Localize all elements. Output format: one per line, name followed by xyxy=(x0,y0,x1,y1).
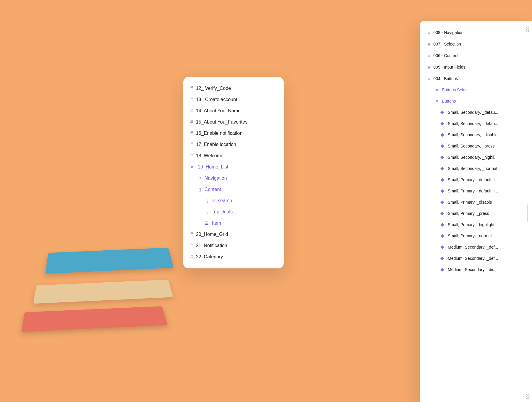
right-panel-item-rp21[interactable]: Medium, Secondary, _def... xyxy=(420,253,532,264)
right-panel-item-rp11[interactable]: Small, Secondary, _press xyxy=(420,140,532,152)
layer-item-lp10[interactable]: ⬚Content xyxy=(183,184,284,195)
diamond-icon xyxy=(440,167,444,171)
cross-icon: ❖ xyxy=(435,87,439,92)
dotted-square-icon: ⬚ xyxy=(197,176,201,181)
layer-item-lp8[interactable]: ❖19_Home_List xyxy=(183,161,284,173)
right-panel-item-label: Small, Primary, _disable xyxy=(448,200,492,205)
right-panel-item-label: 006 - Content xyxy=(433,53,458,58)
right-panel-item-label: Small, Secondary, _press xyxy=(448,144,494,148)
right-panel-item-rp6[interactable]: ❖Buttons Select xyxy=(420,84,532,95)
layer-item-label: 17_Enable location xyxy=(196,142,236,147)
hash-icon: # xyxy=(190,119,193,125)
diamond-icon xyxy=(440,245,444,249)
scrollbar-label-bottom: 500 xyxy=(526,394,529,399)
layer-item-lp2[interactable]: #13_ Create account xyxy=(183,94,284,105)
layer-item-label: Item xyxy=(212,221,221,226)
hash-icon: # xyxy=(190,232,193,237)
right-panel-item-rp10[interactable]: Small, Secondary, _disable xyxy=(420,129,532,140)
layer-red xyxy=(21,306,168,332)
right-panel-item-label: Small, Secondary, _highli... xyxy=(448,155,498,160)
right-panel-item-label: Small, Secondary, _defau... xyxy=(448,110,498,115)
right-panel-item-label: Small, Primary, _normal xyxy=(448,234,492,238)
diamond-icon xyxy=(440,144,444,148)
right-panel-item-rp2[interactable]: #007 - Selection xyxy=(420,38,532,50)
layer-item-lp12[interactable]: ⬚Top Deals xyxy=(183,206,284,218)
layer-item-lp9[interactable]: ⬚Navigation xyxy=(183,173,284,184)
layer-item-lp6[interactable]: #17_Enable location xyxy=(183,139,284,150)
right-panel-item-rp19[interactable]: Small, Primary, _normal xyxy=(420,230,532,241)
layer-item-lp3[interactable]: #14_About You_Name xyxy=(183,105,284,116)
hash-icon: # xyxy=(428,30,430,35)
layer-item-label: 20_Home_Grid xyxy=(196,232,228,237)
cross-icon: ❖ xyxy=(435,99,439,103)
layer-item-label: Content xyxy=(205,187,221,192)
hash-icon: # xyxy=(428,53,430,58)
layer-item-label: 18_Welcome xyxy=(196,153,223,158)
right-panel-item-rp13[interactable]: Small, Secondary, _normal xyxy=(420,163,532,174)
layer-item-lp7[interactable]: #18_Welcome xyxy=(183,150,284,161)
right-panel-item-label: Small, Primary, _highlight... xyxy=(448,222,498,227)
layer-item-lp14[interactable]: #20_Home_Grid xyxy=(183,229,284,240)
right-panel-item-label: 008 - Navigation xyxy=(433,30,463,35)
layer-item-lp16[interactable]: #22_Category xyxy=(183,251,284,262)
right-panel-item-label: 004 - Buttons xyxy=(433,76,458,81)
hash-icon: # xyxy=(190,131,193,136)
layer-item-label: 22_Category xyxy=(196,254,223,260)
right-panel-item-rp18[interactable]: Small, Primary, _highlight... xyxy=(420,219,532,230)
layer-item-lp5[interactable]: #16_Enable notification xyxy=(183,128,284,139)
scrollbar-track[interactable]: -200 500 xyxy=(527,21,528,402)
layers-panel: #12_ Verify_Code#13_ Create account#14_A… xyxy=(183,77,284,268)
hash-icon: # xyxy=(190,243,193,248)
diamond-icon xyxy=(440,178,444,182)
right-panel-item-rp15[interactable]: Small, Primary, _default_i... xyxy=(420,185,532,197)
scrollbar-label-top: -200 xyxy=(526,27,529,33)
right-panel-item-label: Buttons Select xyxy=(442,87,468,92)
right-panel-item-rp9[interactable]: Small, Secondary, _defau... xyxy=(420,118,532,129)
layer-item-label: Top Deals xyxy=(212,209,233,215)
right-panel-item-label: 007 - Selection xyxy=(433,42,461,46)
right-panel-item-label: Small, Primary, _press xyxy=(448,211,489,216)
right-panel-item-rp1[interactable]: #008 - Navigation xyxy=(420,27,532,38)
layer-tan xyxy=(33,280,173,304)
scrollbar-thumb[interactable] xyxy=(527,205,528,222)
right-panel-item-rp22[interactable]: Medium, Secondary, _dis... xyxy=(420,264,532,275)
right-panel-item-rp16[interactable]: Small, Primary, _disable xyxy=(420,197,532,208)
layer-item-lp15[interactable]: #21_Notification xyxy=(183,240,284,251)
diamond-icon xyxy=(440,234,444,238)
layer-item-label: 13_ Create account xyxy=(196,97,237,102)
dotted-square-icon: ⬚ xyxy=(205,199,208,203)
hash-icon: # xyxy=(190,153,193,158)
layer-item-lp13[interactable]: ☰Item xyxy=(183,218,284,229)
layer-item-label: 14_About You_Name xyxy=(196,108,241,114)
right-panel-item-label: Small, Secondary, _defau... xyxy=(448,121,498,126)
right-panel-item-rp17[interactable]: Small, Primary, _press xyxy=(420,208,532,219)
right-panel-item-rp8[interactable]: Small, Secondary, _defau... xyxy=(420,107,532,118)
diamond-icon xyxy=(440,268,444,272)
right-panel-item-rp12[interactable]: Small, Secondary, _highli... xyxy=(420,152,532,163)
right-panel-item-label: Small, Secondary, _disable xyxy=(448,132,498,137)
right-panel-item-rp3[interactable]: #006 - Content xyxy=(420,50,532,61)
right-panel-item-rp20[interactable]: Medium, Secondary, _def... xyxy=(420,241,532,253)
diamond-icon xyxy=(440,223,444,227)
right-panel-item-label: Small, Secondary, _normal xyxy=(448,166,497,171)
right-panel-item-rp4[interactable]: #005 - Input Fields xyxy=(420,61,532,73)
layer-item-label: 21_Notification xyxy=(196,243,227,248)
right-panel-item-rp14[interactable]: Small, Primary, _default_i... xyxy=(420,174,532,185)
right-panel-item-rp7[interactable]: ❖Buttons xyxy=(420,95,532,107)
layer-item-lp1[interactable]: #12_ Verify_Code xyxy=(183,83,284,94)
layer-item-label: 16_Enable notification xyxy=(196,131,242,136)
right-panel-item-label: Buttons xyxy=(442,99,456,103)
right-panel-item-label: Medium, Secondary, _def... xyxy=(448,245,498,249)
right-panel-item-rp5[interactable]: #004 - Buttons xyxy=(420,73,532,84)
list-icon: ☰ xyxy=(205,221,208,226)
right-panel-item-label: 005 - Input Fields xyxy=(433,65,465,69)
diamond-icon xyxy=(440,155,444,159)
diamond-icon xyxy=(440,257,444,260)
hash-icon: # xyxy=(428,76,430,81)
layers-illustration xyxy=(24,248,189,343)
diamond-icon xyxy=(440,111,444,114)
hash-icon: # xyxy=(190,97,193,102)
layer-item-lp4[interactable]: #15_About You_Favorites xyxy=(183,116,284,128)
right-panel-item-label: Small, Primary, _default_i... xyxy=(448,177,498,182)
layer-item-lp11[interactable]: ⬚in_search xyxy=(183,195,284,206)
